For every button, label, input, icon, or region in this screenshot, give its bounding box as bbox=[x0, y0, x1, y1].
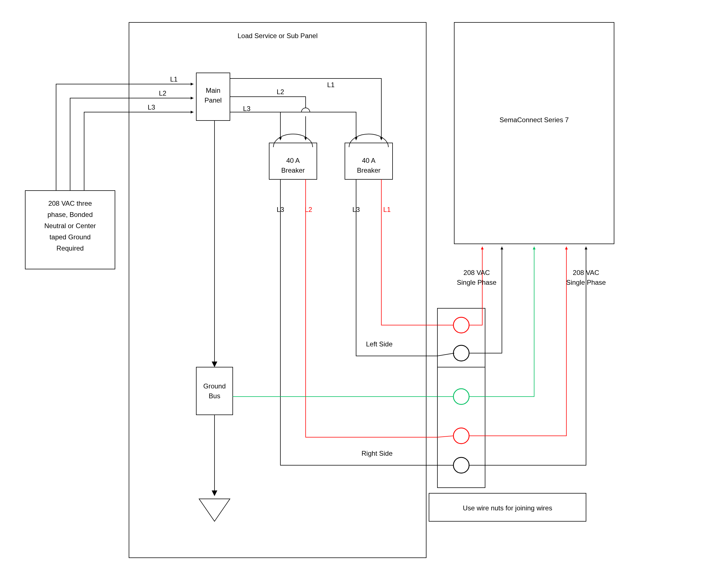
label-src-L1: L1 bbox=[170, 76, 178, 83]
label-b1-L3: L3 bbox=[277, 206, 284, 213]
breaker-2-line2: Breaker bbox=[357, 167, 381, 174]
breaker-1-line1: 40 A bbox=[286, 157, 300, 164]
label-src-L2: L2 bbox=[159, 89, 167, 97]
panel-title: Load Service or Sub Panel bbox=[238, 32, 318, 40]
source-line5: Required bbox=[56, 245, 84, 252]
main-panel-label-1: Main bbox=[206, 87, 220, 94]
main-panel-label-2: Panel bbox=[204, 97, 222, 104]
dev-out2-l2: Single Phase bbox=[566, 278, 606, 286]
dev-out2-l1: 208 VAC bbox=[573, 269, 599, 276]
left-side-label: Left Side bbox=[366, 340, 392, 348]
ground-bus-label-1: Ground bbox=[203, 382, 226, 390]
source-line3: Neutral or Center bbox=[44, 222, 96, 230]
breaker-1-line2: Breaker bbox=[281, 167, 305, 174]
junction-right-box bbox=[437, 367, 485, 488]
label-mp-L1: L1 bbox=[327, 81, 335, 88]
source-line1: 208 VAC three bbox=[48, 200, 92, 207]
wire-nut-note: Use wire nuts for joining wires bbox=[463, 504, 552, 512]
semaconnect-title: SemaConnect Series 7 bbox=[500, 116, 569, 124]
label-b2-L3: L3 bbox=[352, 206, 360, 213]
dev-out1-l2: Single Phase bbox=[457, 278, 496, 286]
label-b2-L1: L1 bbox=[383, 206, 391, 213]
ground-bus-label-2: Bus bbox=[209, 392, 220, 400]
wiring-diagram: 208 VAC three phase, Bonded Neutral or C… bbox=[0, 0, 715, 588]
dev-out1-l1: 208 VAC bbox=[464, 269, 490, 276]
right-side-label: Right Side bbox=[362, 449, 392, 457]
source-line4: taped Ground bbox=[49, 233, 91, 241]
semaconnect-box bbox=[454, 22, 614, 244]
ground-bus-box bbox=[196, 367, 233, 415]
source-line2: phase, Bonded bbox=[47, 211, 93, 218]
breaker-2-line1: 40 A bbox=[362, 157, 375, 164]
label-src-L3: L3 bbox=[148, 103, 155, 111]
label-mp-L3: L3 bbox=[243, 105, 251, 112]
label-b1-L2: L2 bbox=[305, 206, 312, 213]
label-mp-L2: L2 bbox=[277, 88, 284, 96]
